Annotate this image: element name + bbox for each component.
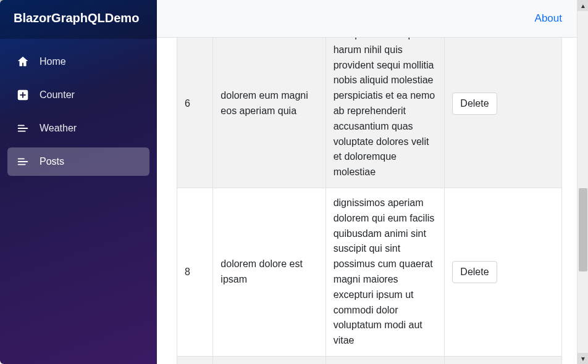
cell-action (445, 356, 562, 364)
app-brand: BlazorGraphQLDemo (0, 0, 157, 39)
sidebar-item-label: Home (40, 56, 66, 67)
delete-button[interactable]: Delete (452, 261, 497, 283)
posts-table: 6 dolorem eum magni eos aperiam quia ut … (177, 38, 562, 364)
table-row: 6 dolorem eum magni eos aperiam quia ut … (177, 38, 562, 188)
cell-title: dolorem dolore est ipsam (213, 188, 326, 356)
about-link[interactable]: About (535, 12, 562, 25)
cell-body: consectetur animi nesciunt iure dolore (326, 356, 445, 364)
sidebar-item-label: Counter (40, 89, 75, 101)
cell-body: dignissimos aperiam dolorem qui eum faci… (326, 188, 445, 356)
sidebar: BlazorGraphQLDemo Home Counter Weather (0, 0, 157, 364)
vertical-scrollbar[interactable]: ▲ ▼ (577, 0, 588, 364)
cell-body: ut aspernatur corporis harum nihil quis … (326, 38, 445, 188)
svg-rect-2 (20, 94, 25, 96)
cell-id: 6 (177, 38, 213, 188)
scroll-down-arrow[interactable]: ▼ (578, 353, 588, 364)
cell-title: dolorem eum magni eos aperiam quia (213, 38, 326, 188)
sidebar-item-home[interactable]: Home (7, 48, 149, 76)
list-icon (16, 122, 30, 135)
main: About 6 dolorem eum magni eos aperiam qu… (157, 0, 577, 364)
sidebar-item-posts[interactable]: Posts (7, 147, 149, 176)
content: 6 dolorem eum magni eos aperiam quia ut … (157, 38, 577, 364)
sidebar-item-label: Posts (40, 156, 64, 167)
delete-button[interactable]: Delete (452, 93, 497, 115)
cell-action: Delete (445, 188, 562, 356)
scroll-thumb[interactable] (579, 188, 587, 271)
home-icon (16, 55, 30, 68)
sidebar-item-weather[interactable]: Weather (7, 114, 149, 143)
table-row: 8 dolorem dolore est ipsam dignissimos a… (177, 188, 562, 356)
table-row: consectetur animi nesciunt iure dolore (177, 356, 562, 364)
list-icon (16, 155, 30, 168)
cell-title (213, 356, 326, 364)
topbar: About (157, 0, 577, 38)
cell-id (177, 356, 213, 364)
scroll-up-arrow[interactable]: ▲ (578, 0, 588, 11)
sidebar-item-label: Weather (40, 123, 77, 134)
cell-action: Delete (445, 38, 562, 188)
cell-id: 8 (177, 188, 213, 356)
plus-square-icon (16, 88, 30, 102)
sidebar-item-counter[interactable]: Counter (7, 81, 149, 109)
nav: Home Counter Weather Posts (0, 39, 157, 184)
